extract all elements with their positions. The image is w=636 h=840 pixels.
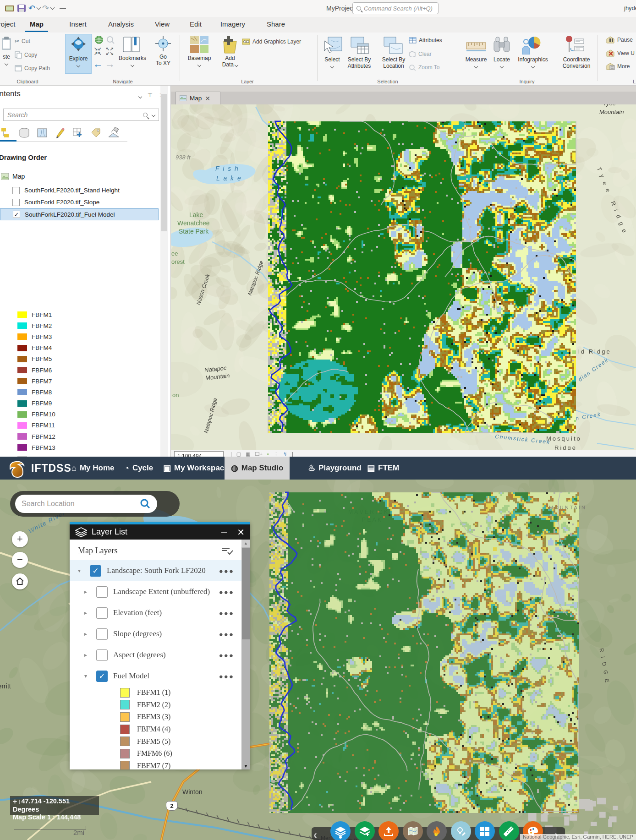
search-go-icon[interactable] <box>140 498 151 509</box>
ribbon-tab-edit[interactable]: Edit <box>186 17 206 33</box>
save-icon[interactable] <box>16 4 27 12</box>
zoom-in-button[interactable]: + <box>12 531 28 547</box>
select-by-location-icon[interactable] <box>383 36 403 55</box>
map-view-tab[interactable]: Map ✕ <box>175 92 220 104</box>
nav-playground[interactable]: ♨Playground <box>308 457 362 480</box>
select-by-attributes-icon[interactable] <box>349 36 369 55</box>
toolbar-prev-icon[interactable]: ‹ <box>313 829 317 840</box>
select-button[interactable]: Select <box>321 56 344 69</box>
bookmarks-icon[interactable] <box>122 35 142 54</box>
add-data-icon[interactable] <box>221 35 239 54</box>
locate-icon[interactable] <box>493 36 510 54</box>
map-scale-input[interactable]: 1:100,494 <box>174 451 224 457</box>
redo-dropdown[interactable] <box>50 5 55 10</box>
nav-cycle[interactable]: ◔Cycle <box>124 457 153 480</box>
add-graphics-layer-button[interactable]: Add Graphics Layer <box>242 38 301 45</box>
attributes-button[interactable]: Attributes <box>409 37 442 44</box>
toolbar-apps-button[interactable] <box>475 821 495 840</box>
zoom-selection-icon[interactable]: ↘↙↗↖ <box>94 47 104 57</box>
infographics-button[interactable]: Infographics <box>517 56 549 69</box>
ribbon-tab-roject[interactable]: roject <box>0 17 20 33</box>
explore-button[interactable]: Explore <box>65 34 92 74</box>
clear-selection-button[interactable]: Clear <box>409 51 432 57</box>
cut-button[interactable]: ✂Cut <box>15 38 30 44</box>
nav-my-home[interactable]: ⌂My Home <box>71 457 114 480</box>
ribbon-tab-view[interactable]: View <box>151 17 173 33</box>
copy-button[interactable]: Copy <box>15 51 37 59</box>
list-by-editing-icon[interactable] <box>54 127 66 139</box>
measure-button[interactable]: Measure <box>463 56 489 69</box>
filter-layers-icon[interactable] <box>221 546 233 556</box>
layer-list-row[interactable]: ▸Landscape Extent (unbuffered)●●● <box>70 581 241 602</box>
select-by-location-button[interactable]: Select ByLocation <box>379 56 408 69</box>
layer-item[interactable]: ✓SouthForkLF2020.tif_Fuel Model <box>0 208 159 220</box>
contents-search[interactable]: Search <box>3 109 159 121</box>
arcgis-map[interactable] <box>171 104 636 450</box>
layer-item[interactable]: SouthForkLF2020.tif_Slope <box>0 196 159 208</box>
ribbon-tab-insert[interactable]: Insert <box>64 17 92 33</box>
layer-list-row[interactable]: ▾✓Fuel Model●●● <box>70 665 241 687</box>
nav-my-workspace[interactable]: ▣My Workspace <box>163 457 229 480</box>
list-by-snapping-icon[interactable] <box>71 127 84 139</box>
user-account[interactable]: jhyde_ui <box>624 5 636 11</box>
list-by-selection-icon[interactable] <box>36 127 48 139</box>
list-by-charts-icon[interactable] <box>107 127 120 139</box>
toolbar-notes-button[interactable] <box>451 821 471 840</box>
toolbar-page-dot[interactable] <box>339 836 342 839</box>
toolbar-add-layers-button[interactable] <box>355 821 375 840</box>
pause-labeling-button[interactable]: Pause <box>606 36 633 44</box>
nav-map-studio[interactable]: ◍Map Studio <box>225 457 290 480</box>
zoom-extent-icon[interactable]: ↖↗↙↘ <box>106 47 116 57</box>
go-to-xy-button[interactable]: GoTo XY <box>150 54 176 66</box>
layer-item[interactable]: SouthForkLF2020.tif_Stand Height <box>0 185 159 196</box>
home-extent-button[interactable] <box>12 573 28 589</box>
measure-icon[interactable] <box>466 39 487 52</box>
toolbar-upload-button[interactable] <box>378 821 399 840</box>
layer-list-header[interactable]: Layer List – ✕ <box>70 524 250 540</box>
infographics-icon[interactable] <box>521 36 543 55</box>
layer-list-scrollbar[interactable]: ▲▼ <box>241 540 250 769</box>
go-to-xy-icon[interactable] <box>155 35 171 52</box>
view-unplaced-button[interactable]: View U <box>606 49 635 57</box>
basemap-icon[interactable] <box>190 35 209 54</box>
search-location-input[interactable]: Search Location <box>15 495 157 513</box>
zoom-to-selection-button[interactable]: Zoom To <box>409 64 439 71</box>
layer-list-row[interactable]: ▸Elevation (feet)●●● <box>70 602 241 623</box>
ribbon-tab-imagery[interactable]: Imagery <box>218 17 248 33</box>
toolbar-fire-button[interactable] <box>427 821 447 840</box>
map-root-item[interactable]: Map <box>1 173 25 180</box>
ribbon-tab-share[interactable]: Share <box>264 17 288 33</box>
fixed-zoom-icon[interactable] <box>105 35 115 45</box>
list-by-data-source-icon[interactable] <box>18 127 30 139</box>
bookmarks-button[interactable]: Bookmarks <box>116 55 149 68</box>
toolbar-measure-button[interactable] <box>499 821 519 840</box>
undo-dropdown[interactable] <box>37 5 41 10</box>
pin-icon[interactable]: ⊤ <box>148 92 153 98</box>
list-by-drawing-order-icon[interactable] <box>0 127 12 139</box>
contents-collapse-icon[interactable] <box>139 92 142 100</box>
redo-icon[interactable]: ↷ <box>42 3 49 13</box>
previous-extent-icon[interactable]: ← <box>93 58 103 70</box>
basemap-button[interactable]: Basemap <box>185 55 214 68</box>
full-extent-icon[interactable] <box>94 35 104 45</box>
minimize-panel-icon[interactable]: – <box>221 529 227 535</box>
select-icon[interactable] <box>322 36 343 55</box>
copy-path-button[interactable]: Copy Path <box>15 65 50 72</box>
nav-ftem[interactable]: ▤FTEM <box>367 457 399 480</box>
command-search[interactable]: Command Search (Alt+Q) <box>352 2 439 14</box>
layer-list-row[interactable]: ▸Slope (degrees)●●● <box>70 623 241 644</box>
zoom-out-button[interactable]: − <box>12 552 28 568</box>
locate-button[interactable]: Locate <box>490 56 513 69</box>
layer-list-row[interactable]: ▸Aspect (degrees)●●● <box>70 644 241 665</box>
statusbar-icons[interactable]: |▢▦❏+▪⋮↯| <box>230 451 293 457</box>
coordinate-conversion-button[interactable]: CoordinateConversion <box>558 56 595 69</box>
add-data-button[interactable]: AddData <box>219 55 241 68</box>
arcgis-map-canvas-wrap[interactable]: 938 ftF i s hL a k eLakeWenatcheeState P… <box>171 104 636 450</box>
list-by-labeling-icon[interactable] <box>89 127 102 139</box>
open-project-icon[interactable] <box>5 4 15 12</box>
ribbon-tab-analysis[interactable]: Analysis <box>104 17 137 33</box>
next-extent-icon[interactable]: → <box>105 58 115 70</box>
more-labeling-button[interactable]: More <box>606 63 630 70</box>
coordinate-conversion-icon[interactable] <box>565 35 585 55</box>
contents-scrollbar[interactable] <box>160 86 168 457</box>
